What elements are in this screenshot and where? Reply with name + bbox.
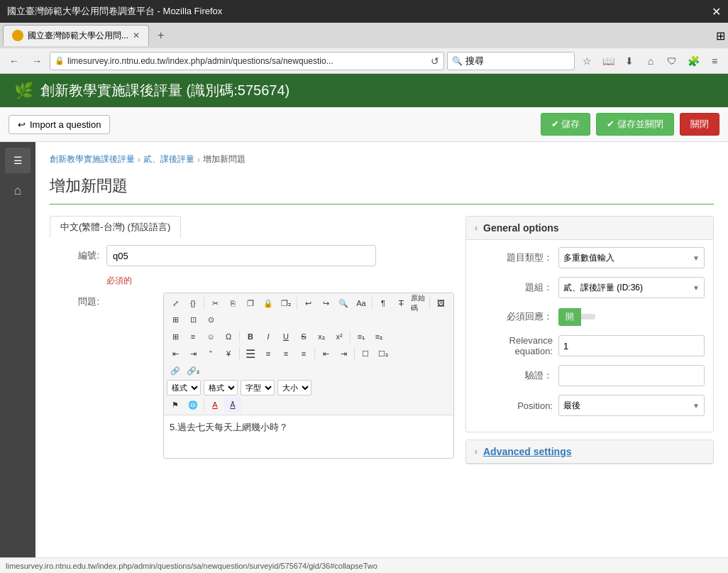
flash-button[interactable]: ⊡: [184, 312, 202, 327]
subscript-button[interactable]: x₂: [313, 329, 330, 344]
download-icon[interactable]: ⬇: [620, 52, 639, 70]
smiley-button[interactable]: ⊙: [202, 312, 219, 327]
justify-button[interactable]: ≡: [295, 346, 312, 361]
new-tab-button[interactable]: +: [152, 26, 170, 45]
italic-button[interactable]: I: [260, 329, 277, 344]
find-button[interactable]: 🔍: [335, 295, 352, 311]
paste-button[interactable]: ❐: [242, 295, 259, 311]
active-tab[interactable]: 國立臺灣師範大學公用問... ✕: [3, 25, 149, 46]
bg-color-button[interactable]: Ā: [224, 397, 241, 413]
ltr-button[interactable]: ⇤: [317, 346, 334, 361]
align-center-button[interactable]: ≡: [260, 346, 277, 361]
unordered-list-button[interactable]: ≡₂: [370, 329, 387, 344]
unlink-button[interactable]: 🔗₂: [184, 363, 202, 378]
copy-button[interactable]: ⎘: [224, 295, 241, 311]
cut-button[interactable]: ✂: [206, 295, 224, 311]
close-button[interactable]: 關閉: [680, 113, 719, 136]
format-select[interactable]: 格式: [204, 380, 238, 395]
rtl-button[interactable]: ⇥: [335, 346, 352, 361]
question-type-control: 多重數值輸入 ▼: [558, 247, 705, 268]
style-select[interactable]: 樣式: [167, 380, 201, 395]
text-color-button[interactable]: A: [206, 397, 224, 413]
general-options-header[interactable]: ‹ General options: [466, 217, 713, 240]
url-bar[interactable]: 🔒 limesurvey.iro.ntnu.edu.tw/index.php/a…: [50, 52, 444, 70]
font-select[interactable]: 字型: [241, 380, 275, 395]
mandatory-label: 必須回應：: [475, 310, 553, 323]
ordered-list-button[interactable]: ≡₁: [353, 329, 370, 344]
redo-button[interactable]: ↪: [317, 295, 334, 311]
validation-input[interactable]: [558, 365, 705, 386]
tab-close-button[interactable]: ✕: [133, 31, 140, 40]
back-button[interactable]: ←: [4, 51, 24, 71]
extension-icon[interactable]: 🧩: [684, 52, 702, 70]
menu-icon[interactable]: ≡: [705, 52, 724, 70]
indent-button[interactable]: ⇥: [184, 346, 202, 361]
group-control: 貳、課後評量 (ID:36) ▼: [558, 277, 705, 298]
sidebar-home-button[interactable]: ⌂: [5, 178, 31, 203]
editor-content[interactable]: 5.過去七天每天上網幾小時？: [164, 415, 453, 458]
question-type-dropdown[interactable]: 多重數值輸入 ▼: [558, 247, 705, 268]
source-code-button[interactable]: 原始碼: [410, 295, 427, 311]
general-options-collapse-icon[interactable]: ‹: [475, 223, 478, 233]
page-break-button[interactable]: ☐: [357, 346, 374, 361]
code-input[interactable]: [106, 245, 376, 266]
toggle-off[interactable]: [581, 314, 595, 320]
relevance-input[interactable]: [558, 335, 705, 356]
table2-button[interactable]: ⊞: [167, 312, 184, 327]
replace-button[interactable]: Aa: [353, 295, 370, 311]
underline-button[interactable]: U: [277, 329, 294, 344]
link-button[interactable]: 🔗: [167, 363, 184, 378]
import-question-button[interactable]: ↩ Import a question: [9, 115, 110, 134]
fullscreen-button[interactable]: ⤢: [167, 295, 184, 311]
breadcrumb-link-survey[interactable]: 創新教學實施課後評量: [50, 153, 135, 165]
blockquote-button[interactable]: ": [202, 346, 219, 361]
sidebar-toggle-button[interactable]: ☰: [5, 148, 31, 173]
tab-grid-icon[interactable]: ⊞: [716, 29, 725, 43]
paste-text-button[interactable]: 🔒: [260, 295, 277, 311]
group-dropdown[interactable]: 貳、課後評量 (ID:36) ▼: [558, 277, 705, 298]
show-blocks-button[interactable]: ☐₂: [375, 346, 392, 361]
toggle-on[interactable]: 開: [558, 308, 581, 326]
breadcrumb-link-group[interactable]: 貳、課後評量: [143, 153, 194, 165]
reader-icon[interactable]: 📖: [599, 52, 617, 70]
bookmark-icon[interactable]: ☆: [578, 52, 596, 70]
image-button[interactable]: 🖼: [432, 295, 449, 311]
question-type-dropdown-arrow: ▼: [693, 254, 700, 262]
div-button[interactable]: ¥: [220, 346, 237, 361]
advanced-settings-header[interactable]: ‹ Advanced settings: [466, 440, 713, 464]
save-close-button[interactable]: ✔ 儲存並關閉: [596, 113, 674, 136]
flag-button[interactable]: ⚑: [167, 397, 184, 413]
undo-button[interactable]: ↩: [299, 295, 316, 311]
status-bar: limesurvey.iro.ntnu.edu.tw/index.php/adm…: [0, 557, 728, 573]
shield-icon[interactable]: 🛡: [663, 52, 681, 70]
strike-button[interactable]: T̶: [392, 295, 409, 311]
table-button[interactable]: ⊞: [167, 329, 184, 344]
outdent-button[interactable]: ⇤: [167, 346, 184, 361]
align-right-button[interactable]: ≡: [277, 346, 294, 361]
save-button[interactable]: ✔ 儲存: [541, 113, 591, 136]
window-close-button[interactable]: ✕: [712, 5, 721, 18]
source-button[interactable]: {}: [184, 295, 202, 311]
position-dropdown[interactable]: 最後 ▼: [558, 395, 705, 416]
strikethrough-button[interactable]: S: [295, 329, 312, 344]
mandatory-toggle[interactable]: 開: [558, 307, 705, 327]
align-left-button[interactable]: ≡: [184, 329, 202, 344]
paste-word-button[interactable]: ❐₂: [277, 295, 294, 311]
advanced-settings-collapse-icon[interactable]: ‹: [475, 447, 478, 457]
home-icon[interactable]: ⌂: [641, 52, 660, 70]
app-header: 🌿 創新教學實施課後評量 (識別碼:575674): [0, 74, 728, 107]
forward-button[interactable]: →: [27, 51, 47, 71]
paragraph-button[interactable]: ¶: [375, 295, 392, 311]
bold-button[interactable]: B: [242, 329, 259, 344]
globe-button[interactable]: 🌐: [184, 397, 202, 413]
language-tab[interactable]: 中文(繁體-台灣) (預設語言): [50, 216, 181, 238]
code-form-group: 編號:: [50, 245, 454, 266]
refresh-button[interactable]: ↺: [431, 55, 439, 67]
advanced-settings-link[interactable]: Advanced settings: [483, 446, 571, 457]
size-select[interactable]: 大小: [277, 380, 311, 395]
align-left2-button[interactable]: ☰: [242, 346, 259, 361]
emoji-button[interactable]: ☺: [202, 329, 219, 344]
special-char-button[interactable]: Ω: [220, 329, 237, 344]
search-box[interactable]: 🔍 搜尋: [447, 52, 575, 70]
superscript-button[interactable]: x²: [331, 329, 348, 344]
